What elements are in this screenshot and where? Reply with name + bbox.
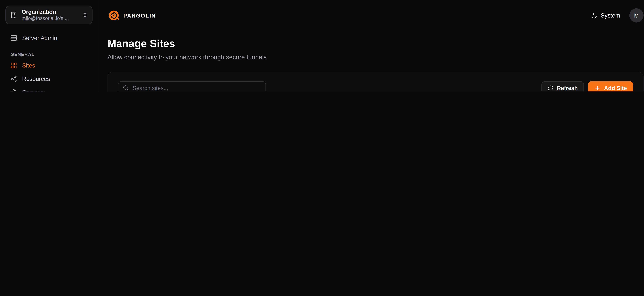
avatar[interactable]: M bbox=[629, 8, 644, 22]
page-subtitle: Allow connectivity to your network throu… bbox=[108, 53, 644, 60]
pangolin-logo-icon bbox=[108, 9, 120, 22]
chevrons-up-down-icon bbox=[82, 12, 88, 18]
add-site-label: Add Site bbox=[604, 85, 627, 91]
sidebar-item-resources[interactable]: Resources bbox=[6, 72, 92, 85]
sidebar-item-domains[interactable]: Domains bbox=[6, 86, 92, 92]
main-content: PANGOLIN System M Manage Sites Allow con… bbox=[98, 0, 644, 92]
search-input[interactable] bbox=[118, 81, 266, 92]
add-site-button[interactable]: Add Site bbox=[588, 81, 633, 92]
sidebar-item-label: Resources bbox=[22, 76, 50, 82]
sidebar-item-label: Domains bbox=[22, 89, 45, 92]
search-icon bbox=[122, 85, 129, 91]
building-icon bbox=[10, 11, 18, 19]
refresh-label: Refresh bbox=[557, 85, 578, 91]
plus-icon bbox=[594, 85, 601, 91]
app-window: Organization milo@fossorial.io's ... Ser… bbox=[0, 0, 644, 92]
organization-name: Organization bbox=[22, 9, 78, 16]
brand-name: PANGOLIN bbox=[124, 12, 156, 18]
globe-icon bbox=[10, 89, 17, 92]
sidebar-item-server-admin[interactable]: Server Admin bbox=[6, 32, 92, 44]
resources-icon bbox=[10, 76, 17, 82]
sidebar: Organization milo@fossorial.io's ... Ser… bbox=[0, 0, 98, 92]
search-box bbox=[118, 81, 266, 92]
page-title: Manage Sites bbox=[108, 38, 644, 50]
theme-label: System bbox=[601, 12, 620, 19]
refresh-icon bbox=[548, 85, 554, 91]
sidebar-item-label: Server Admin bbox=[22, 35, 57, 41]
sites-card: Refresh Add Site Name bbox=[108, 72, 644, 92]
server-icon bbox=[10, 35, 17, 41]
sidebar-item-sites[interactable]: Sites bbox=[6, 59, 92, 72]
avatar-initial: M bbox=[634, 12, 639, 18]
brand: PANGOLIN bbox=[108, 9, 156, 22]
organization-subtitle: milo@fossorial.io's ... bbox=[22, 16, 78, 22]
moon-icon bbox=[591, 12, 598, 18]
top-bar: PANGOLIN System M bbox=[98, 0, 644, 22]
sidebar-item-label: Sites bbox=[22, 62, 35, 69]
section-label-general: GENERAL bbox=[10, 52, 88, 57]
grid-icon bbox=[10, 62, 17, 69]
organization-selector[interactable]: Organization milo@fossorial.io's ... bbox=[6, 6, 92, 24]
theme-toggle[interactable]: System bbox=[591, 12, 620, 19]
refresh-button[interactable]: Refresh bbox=[541, 81, 584, 92]
